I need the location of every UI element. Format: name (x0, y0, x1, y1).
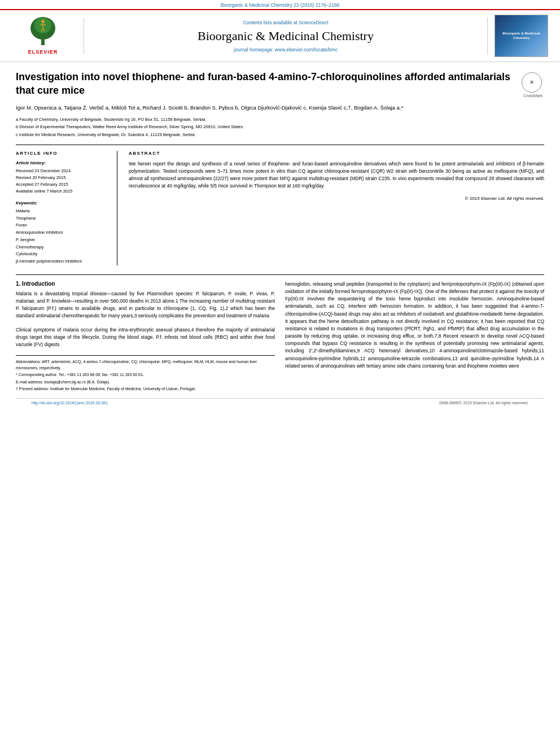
elsevier-tree-icon (18, 17, 68, 48)
authors: Igor M. Opsenica a, Tatjana Ž. Verbič a,… (16, 103, 544, 112)
footnote-present-address: † Present address: Institute for Molecul… (16, 386, 275, 392)
journal-title-section: Contents lists available at ScienceDirec… (84, 18, 488, 55)
article-history: Article history: Received 23 December 20… (16, 160, 110, 195)
copyright: © 2015 Elsevier Ltd. All rights reserved… (129, 196, 544, 201)
introduction-title: 1. Introduction (16, 281, 275, 287)
body-right-column: hemoglobin, releasing small peptides (tr… (285, 281, 544, 394)
keyword-hematin: β-Hematin polymerization inhibitors (16, 258, 110, 265)
keyword-aminoquinoline: Aminoquinoline inhibitors (16, 229, 110, 237)
affiliation-c: c Institute for Medical Research, Univer… (16, 132, 544, 138)
cover-title: Bioorganic & Medicinal Chemistry (497, 32, 545, 41)
keywords-label: Keywords: (16, 200, 110, 206)
footnotes: Abbreviations: ART, artemisinin; ACQ, 4-… (16, 355, 275, 392)
footnote-abbreviations: Abbreviations: ART, artemisinin; ACQ, 4-… (16, 359, 275, 371)
crossmark-label: CrossMark (522, 94, 544, 98)
journal-full-title: Bioorganic & Medicinal Chemistry (95, 29, 476, 43)
journal-homepage: journal homepage: www.elsevier.com/locat… (95, 47, 476, 53)
article-title: Investigation into novel thiophene- and … (16, 70, 514, 98)
footnote-corresponding: * Corresponding author. Tel.: +381 11 26… (16, 372, 275, 378)
keyword-chemotherapy: Chemotherapy (16, 244, 110, 251)
body-two-columns: 1. Introduction Malaria is a devastating… (16, 281, 544, 394)
keyword-furan: Furan (16, 222, 110, 229)
svg-point-4 (41, 20, 45, 23)
keyword-thiophene: Thiophene (16, 215, 110, 222)
doi-link[interactable]: http://dx.doi.org/10.1016/j.bmc.2015.02.… (32, 401, 108, 405)
crossmark-section: ✕ CrossMark (522, 70, 544, 98)
keyword-malaria: Malaria (16, 208, 110, 215)
article-info-label: ARTICLE INFO (16, 151, 110, 156)
body-left-column: 1. Introduction Malaria is a devastating… (16, 281, 275, 394)
crossmark-icon: ✕ (522, 72, 542, 93)
introduction-paragraph1: Malaria is a devastating tropical diseas… (16, 290, 275, 320)
affiliation-a: a Faculty of Chemistry, University of Be… (16, 116, 544, 123)
cover-image: Bioorganic & Medicinal Chemistry (495, 15, 548, 57)
abstract-label: ABSTRACT (129, 151, 544, 156)
elsevier-wordmark: ELSEVIER (28, 49, 58, 55)
journal-header: ELSEVIER Contents lists available at Sci… (0, 9, 560, 62)
accepted-date: Accepted 27 February 2015 (16, 181, 110, 188)
abstract-text: We herein report the design and synthesi… (129, 160, 544, 190)
right-column-paragraph1: hemoglobin, releasing small peptides (tr… (285, 281, 544, 370)
footer: http://dx.doi.org/10.1016/j.bmc.2015.02.… (16, 398, 544, 407)
journal-citation: Bioorganic & Medicinal Chemistry 23 (201… (0, 0, 560, 9)
journal-cover: Bioorganic & Medicinal Chemistry (495, 15, 551, 57)
article-info-column: ARTICLE INFO Article history: Received 2… (16, 151, 117, 265)
introduction-paragraph2: Clinical symptoms of malaria occur durin… (16, 326, 275, 349)
article-title-section: Investigation into novel thiophene- and … (16, 70, 544, 98)
affiliations: a Faculty of Chemistry, University of Be… (16, 116, 544, 138)
footnote-email: E-mail address: bsolaja@chem.bg.ac.rs (B… (16, 379, 275, 386)
available-date: Available online 7 March 2015 (16, 188, 110, 195)
affiliation-b: b Division of Experimental Therapeutics,… (16, 124, 544, 130)
revised-date: Revised 20 February 2015 (16, 174, 110, 181)
article-container: Investigation into novel thiophene- and … (0, 62, 560, 415)
issn-copyright: 0968-0896/© 2015 Elsevier Ltd. All right… (439, 401, 528, 405)
elsevier-logo: ELSEVIER (9, 17, 77, 55)
keyword-pberghei: P. berghei (16, 237, 110, 244)
history-label: Article history: (16, 160, 110, 165)
sciencedirect-link: Contents lists available at ScienceDirec… (95, 20, 476, 25)
abstract-section: ABSTRACT We herein report the design and… (126, 151, 544, 265)
body-section: 1. Introduction Malaria is a devastating… (16, 274, 544, 394)
elsevier-logo-section: ELSEVIER (9, 17, 77, 55)
keywords-section: Keywords: Malaria Thiophene Furan Aminoq… (16, 200, 110, 265)
info-abstract-section: ARTICLE INFO Article history: Received 2… (16, 145, 544, 265)
received-date: Received 23 December 2014 (16, 168, 110, 174)
keyword-cytotoxicity: Cytotoxicity (16, 251, 110, 258)
